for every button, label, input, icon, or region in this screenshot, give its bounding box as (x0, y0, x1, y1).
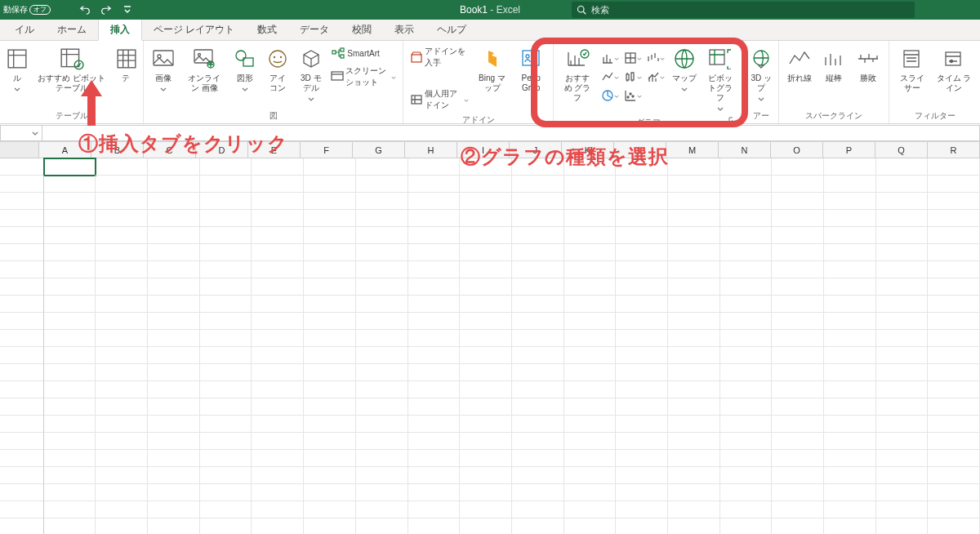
cell[interactable] (408, 227, 461, 244)
cell[interactable] (928, 381, 980, 398)
column-header[interactable]: G (353, 142, 405, 158)
cell[interactable] (772, 278, 824, 296)
cell[interactable] (96, 244, 148, 261)
cell[interactable] (668, 313, 720, 330)
cell[interactable] (668, 227, 720, 244)
cell[interactable] (720, 244, 773, 261)
column-header[interactable]: E (248, 142, 301, 158)
sparkline-column-button[interactable]: 縦棒 (818, 44, 849, 85)
cell[interactable] (824, 416, 876, 433)
cell[interactable] (44, 227, 96, 244)
timeline-button[interactable]: タイム ライン (933, 44, 975, 95)
cell[interactable] (252, 330, 304, 347)
cell[interactable] (720, 518, 773, 534)
cell[interactable] (876, 467, 929, 484)
cell[interactable] (876, 381, 929, 398)
waterfall-chart-button[interactable] (647, 49, 665, 67)
cell[interactable] (876, 261, 929, 278)
cell[interactable] (668, 381, 720, 398)
tab-help[interactable]: ヘルプ (425, 20, 478, 40)
cell[interactable] (876, 210, 929, 227)
cell[interactable] (720, 261, 773, 278)
cell[interactable] (356, 176, 408, 193)
cell[interactable] (564, 176, 617, 193)
cell[interactable] (512, 484, 564, 501)
cell[interactable] (772, 210, 824, 227)
cell[interactable] (824, 484, 876, 501)
cell[interactable] (356, 210, 408, 227)
formula-input[interactable] (42, 125, 980, 141)
cell[interactable] (512, 381, 564, 398)
cell[interactable] (720, 381, 773, 398)
bing-maps-button[interactable]: Bing マップ (474, 44, 510, 95)
tab-data[interactable]: データ (288, 20, 341, 40)
cell[interactable] (356, 450, 408, 467)
cell[interactable] (96, 278, 148, 296)
cell[interactable] (96, 518, 148, 534)
cell[interactable] (512, 518, 564, 534)
cell[interactable] (200, 398, 252, 416)
cell[interactable] (460, 193, 512, 210)
cell[interactable] (668, 176, 720, 193)
cell[interactable] (772, 398, 824, 416)
cell[interactable] (460, 330, 512, 347)
cell[interactable] (772, 313, 824, 330)
cell[interactable] (876, 364, 929, 381)
cell[interactable] (616, 158, 668, 176)
cell[interactable] (96, 158, 148, 176)
cell[interactable] (512, 330, 564, 347)
cell[interactable] (252, 398, 304, 416)
cell[interactable] (616, 381, 668, 398)
column-header[interactable]: Q (875, 142, 928, 158)
cell[interactable] (200, 450, 252, 467)
cell[interactable] (96, 364, 148, 381)
cell[interactable] (408, 518, 461, 534)
cell[interactable] (720, 484, 773, 501)
cell[interactable] (668, 433, 720, 450)
cell[interactable] (876, 433, 929, 450)
cell[interactable] (304, 347, 356, 364)
cell[interactable] (252, 296, 304, 313)
cell[interactable] (408, 193, 461, 210)
cell[interactable] (304, 467, 356, 484)
recommended-charts-button[interactable]: おすすめ グラフ (559, 44, 596, 105)
cell[interactable] (512, 313, 564, 330)
name-box[interactable] (0, 125, 42, 141)
cell[interactable] (148, 176, 200, 193)
cell[interactable] (460, 450, 512, 467)
cell[interactable] (564, 398, 617, 416)
cell[interactable] (668, 296, 720, 313)
cell[interactable] (772, 227, 824, 244)
tab-file[interactable]: イル (3, 20, 46, 40)
cell[interactable] (720, 467, 773, 484)
slicer-button[interactable]: スライサー (894, 44, 929, 95)
cell[interactable] (616, 330, 668, 347)
cell[interactable] (356, 227, 408, 244)
column-chart-button[interactable] (601, 49, 619, 67)
cell[interactable] (44, 330, 96, 347)
cell[interactable] (44, 261, 96, 278)
cell[interactable] (928, 398, 980, 416)
cell[interactable] (304, 227, 356, 244)
cell[interactable] (356, 296, 408, 313)
cell[interactable] (668, 330, 720, 347)
cell[interactable] (512, 347, 564, 364)
cell[interactable] (512, 416, 564, 433)
cell[interactable] (512, 296, 564, 313)
cell[interactable] (44, 296, 96, 313)
cell[interactable] (44, 158, 96, 176)
cell[interactable] (252, 347, 304, 364)
cell[interactable] (44, 433, 96, 450)
cell[interactable] (512, 244, 564, 261)
cell[interactable] (148, 501, 200, 518)
people-graph-button[interactable]: Peop Grap (514, 44, 548, 95)
cell[interactable] (824, 364, 876, 381)
cell[interactable] (200, 330, 252, 347)
cell[interactable] (616, 364, 668, 381)
cell[interactable] (616, 398, 668, 416)
cell[interactable] (304, 450, 356, 467)
cell[interactable] (564, 347, 617, 364)
cell[interactable] (772, 330, 824, 347)
cell[interactable] (252, 261, 304, 278)
cell[interactable] (668, 193, 720, 210)
